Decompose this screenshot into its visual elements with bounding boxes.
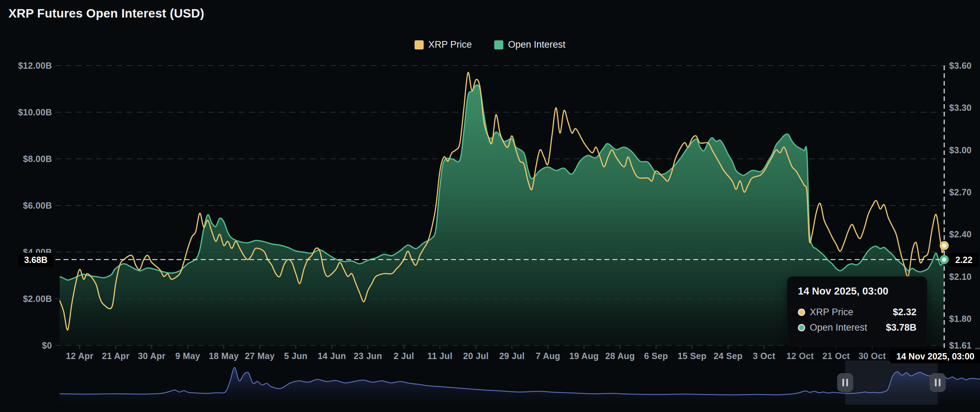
handle-grip-icon: [939, 379, 940, 387]
tooltip-label: Open Interest: [810, 322, 867, 333]
xrp-price-dot-icon: [798, 309, 805, 316]
open-interest-marker-icon: [941, 256, 948, 263]
xrp-price-marker-icon: [941, 242, 948, 249]
left-axis-label: $2.00B: [0, 293, 52, 304]
left-axis-label: $6.00B: [0, 200, 52, 211]
price-crosshair-value-pill: 2.22: [949, 253, 978, 267]
oi-crosshair-value-pill: 3.68B: [18, 253, 53, 267]
right-axis-label: $2.40: [949, 229, 972, 239]
open-interest-dot-icon: [798, 324, 805, 331]
right-axis-label: $3.60: [949, 60, 972, 71]
right-axis-label: $1.80: [949, 314, 972, 324]
right-axis-label: $2.70: [949, 187, 972, 197]
navigator-handle-left[interactable]: [837, 373, 853, 392]
price-open-interest-chart[interactable]: [0, 0, 980, 412]
tooltip-row-price: XRP Price $2.32: [798, 307, 916, 318]
right-axis-label: $3.00: [949, 145, 972, 155]
tooltip-row-open-interest: Open Interest $3.78B: [798, 322, 916, 333]
navigator-handle-right[interactable]: [929, 373, 946, 392]
right-axis-label: $3.30: [949, 102, 972, 113]
left-axis-label: $0: [0, 340, 52, 351]
navigator-selection[interactable]: [845, 360, 938, 405]
tooltip-date: 14 Nov 2025, 03:00: [798, 285, 916, 297]
left-axis-label: $8.00B: [0, 154, 52, 164]
handle-grip-icon: [842, 379, 844, 387]
tooltip-label: XRP Price: [810, 307, 853, 318]
left-axis-label: $10.00B: [0, 107, 52, 117]
tooltip-value: $2.32: [892, 307, 916, 318]
navigator-handle-left[interactable]: [837, 373, 853, 392]
right-axis-label: $2.10: [949, 271, 972, 282]
left-axis-label: $12.00B: [0, 60, 52, 71]
tooltip-value: $3.78B: [886, 322, 916, 333]
crosshair-date-pill: 14 Nov 2025, 03:00: [889, 349, 980, 363]
handle-grip-icon: [935, 379, 937, 387]
handle-grip-icon: [846, 379, 848, 387]
chart-tooltip: 14 Nov 2025, 03:00 XRP Price $2.32 Open …: [787, 276, 928, 346]
navigator-handle-right[interactable]: [929, 373, 946, 392]
